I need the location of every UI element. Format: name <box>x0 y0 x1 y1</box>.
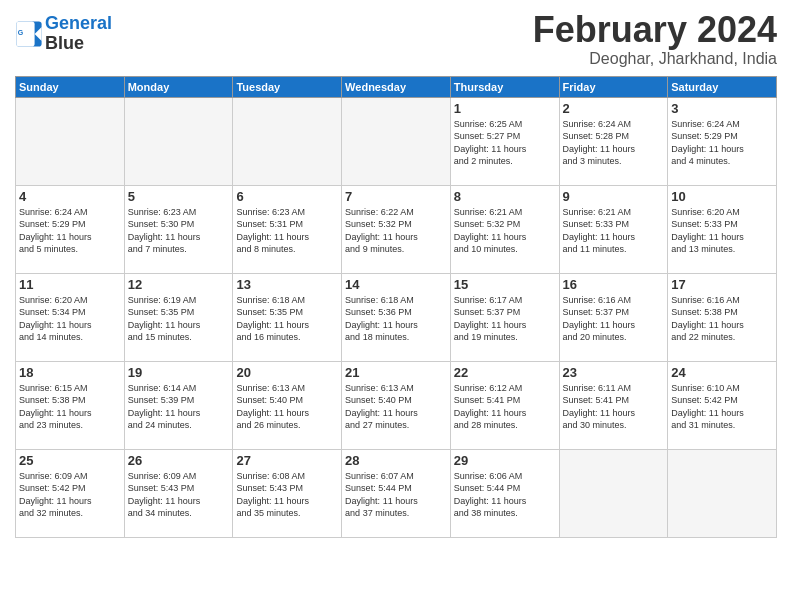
day-number: 8 <box>454 189 556 204</box>
calendar-cell: 26Sunrise: 6:09 AM Sunset: 5:43 PM Dayli… <box>124 449 233 537</box>
day-info: Sunrise: 6:14 AM Sunset: 5:39 PM Dayligh… <box>128 382 230 432</box>
day-info: Sunrise: 6:21 AM Sunset: 5:33 PM Dayligh… <box>563 206 665 256</box>
day-info: Sunrise: 6:08 AM Sunset: 5:43 PM Dayligh… <box>236 470 338 520</box>
calendar-cell: 11Sunrise: 6:20 AM Sunset: 5:34 PM Dayli… <box>16 273 125 361</box>
day-number: 12 <box>128 277 230 292</box>
day-info: Sunrise: 6:18 AM Sunset: 5:35 PM Dayligh… <box>236 294 338 344</box>
day-info: Sunrise: 6:10 AM Sunset: 5:42 PM Dayligh… <box>671 382 773 432</box>
day-number: 9 <box>563 189 665 204</box>
day-info: Sunrise: 6:06 AM Sunset: 5:44 PM Dayligh… <box>454 470 556 520</box>
col-saturday: Saturday <box>668 76 777 97</box>
calendar-week-2: 4Sunrise: 6:24 AM Sunset: 5:29 PM Daylig… <box>16 185 777 273</box>
header-row: Sunday Monday Tuesday Wednesday Thursday… <box>16 76 777 97</box>
calendar-cell: 1Sunrise: 6:25 AM Sunset: 5:27 PM Daylig… <box>450 97 559 185</box>
day-number: 21 <box>345 365 447 380</box>
day-number: 25 <box>19 453 121 468</box>
header: G General Blue February 2024 Deoghar, Jh… <box>15 10 777 68</box>
calendar-cell <box>233 97 342 185</box>
calendar-cell: 4Sunrise: 6:24 AM Sunset: 5:29 PM Daylig… <box>16 185 125 273</box>
day-info: Sunrise: 6:24 AM Sunset: 5:29 PM Dayligh… <box>671 118 773 168</box>
calendar-cell: 5Sunrise: 6:23 AM Sunset: 5:30 PM Daylig… <box>124 185 233 273</box>
day-info: Sunrise: 6:21 AM Sunset: 5:32 PM Dayligh… <box>454 206 556 256</box>
day-number: 28 <box>345 453 447 468</box>
calendar-cell: 19Sunrise: 6:14 AM Sunset: 5:39 PM Dayli… <box>124 361 233 449</box>
day-info: Sunrise: 6:20 AM Sunset: 5:33 PM Dayligh… <box>671 206 773 256</box>
day-info: Sunrise: 6:16 AM Sunset: 5:37 PM Dayligh… <box>563 294 665 344</box>
page: G General Blue February 2024 Deoghar, Jh… <box>0 0 792 612</box>
day-info: Sunrise: 6:12 AM Sunset: 5:41 PM Dayligh… <box>454 382 556 432</box>
calendar-cell <box>16 97 125 185</box>
calendar-cell: 16Sunrise: 6:16 AM Sunset: 5:37 PM Dayli… <box>559 273 668 361</box>
logo: G General Blue <box>15 14 112 54</box>
calendar-week-3: 11Sunrise: 6:20 AM Sunset: 5:34 PM Dayli… <box>16 273 777 361</box>
day-info: Sunrise: 6:17 AM Sunset: 5:37 PM Dayligh… <box>454 294 556 344</box>
day-number: 22 <box>454 365 556 380</box>
day-info: Sunrise: 6:07 AM Sunset: 5:44 PM Dayligh… <box>345 470 447 520</box>
day-number: 3 <box>671 101 773 116</box>
logo-text: General Blue <box>45 14 112 54</box>
day-number: 4 <box>19 189 121 204</box>
day-number: 16 <box>563 277 665 292</box>
col-friday: Friday <box>559 76 668 97</box>
day-number: 15 <box>454 277 556 292</box>
day-info: Sunrise: 6:09 AM Sunset: 5:43 PM Dayligh… <box>128 470 230 520</box>
calendar-cell: 8Sunrise: 6:21 AM Sunset: 5:32 PM Daylig… <box>450 185 559 273</box>
calendar-cell <box>559 449 668 537</box>
day-number: 18 <box>19 365 121 380</box>
day-number: 11 <box>19 277 121 292</box>
day-number: 19 <box>128 365 230 380</box>
day-info: Sunrise: 6:19 AM Sunset: 5:35 PM Dayligh… <box>128 294 230 344</box>
calendar-cell: 24Sunrise: 6:10 AM Sunset: 5:42 PM Dayli… <box>668 361 777 449</box>
day-info: Sunrise: 6:24 AM Sunset: 5:28 PM Dayligh… <box>563 118 665 168</box>
calendar-cell: 20Sunrise: 6:13 AM Sunset: 5:40 PM Dayli… <box>233 361 342 449</box>
calendar-cell: 15Sunrise: 6:17 AM Sunset: 5:37 PM Dayli… <box>450 273 559 361</box>
day-info: Sunrise: 6:24 AM Sunset: 5:29 PM Dayligh… <box>19 206 121 256</box>
day-number: 10 <box>671 189 773 204</box>
day-info: Sunrise: 6:23 AM Sunset: 5:30 PM Dayligh… <box>128 206 230 256</box>
calendar-table: Sunday Monday Tuesday Wednesday Thursday… <box>15 76 777 538</box>
day-info: Sunrise: 6:25 AM Sunset: 5:27 PM Dayligh… <box>454 118 556 168</box>
day-info: Sunrise: 6:11 AM Sunset: 5:41 PM Dayligh… <box>563 382 665 432</box>
logo-icon: G <box>15 20 43 48</box>
day-info: Sunrise: 6:22 AM Sunset: 5:32 PM Dayligh… <box>345 206 447 256</box>
day-number: 13 <box>236 277 338 292</box>
calendar-cell: 29Sunrise: 6:06 AM Sunset: 5:44 PM Dayli… <box>450 449 559 537</box>
day-number: 1 <box>454 101 556 116</box>
calendar-cell: 9Sunrise: 6:21 AM Sunset: 5:33 PM Daylig… <box>559 185 668 273</box>
calendar-cell: 28Sunrise: 6:07 AM Sunset: 5:44 PM Dayli… <box>342 449 451 537</box>
day-number: 26 <box>128 453 230 468</box>
calendar-week-1: 1Sunrise: 6:25 AM Sunset: 5:27 PM Daylig… <box>16 97 777 185</box>
day-info: Sunrise: 6:18 AM Sunset: 5:36 PM Dayligh… <box>345 294 447 344</box>
col-monday: Monday <box>124 76 233 97</box>
col-wednesday: Wednesday <box>342 76 451 97</box>
calendar-cell: 23Sunrise: 6:11 AM Sunset: 5:41 PM Dayli… <box>559 361 668 449</box>
subtitle: Deoghar, Jharkhand, India <box>533 50 777 68</box>
day-number: 7 <box>345 189 447 204</box>
calendar-cell: 27Sunrise: 6:08 AM Sunset: 5:43 PM Dayli… <box>233 449 342 537</box>
day-info: Sunrise: 6:15 AM Sunset: 5:38 PM Dayligh… <box>19 382 121 432</box>
day-number: 23 <box>563 365 665 380</box>
calendar-cell: 2Sunrise: 6:24 AM Sunset: 5:28 PM Daylig… <box>559 97 668 185</box>
month-title: February 2024 <box>533 10 777 50</box>
calendar-cell: 13Sunrise: 6:18 AM Sunset: 5:35 PM Dayli… <box>233 273 342 361</box>
calendar-cell: 17Sunrise: 6:16 AM Sunset: 5:38 PM Dayli… <box>668 273 777 361</box>
calendar-cell <box>668 449 777 537</box>
svg-text:G: G <box>18 29 24 36</box>
day-number: 5 <box>128 189 230 204</box>
day-number: 24 <box>671 365 773 380</box>
calendar-cell: 10Sunrise: 6:20 AM Sunset: 5:33 PM Dayli… <box>668 185 777 273</box>
calendar-cell: 7Sunrise: 6:22 AM Sunset: 5:32 PM Daylig… <box>342 185 451 273</box>
calendar-cell: 25Sunrise: 6:09 AM Sunset: 5:42 PM Dayli… <box>16 449 125 537</box>
col-sunday: Sunday <box>16 76 125 97</box>
calendar-week-5: 25Sunrise: 6:09 AM Sunset: 5:42 PM Dayli… <box>16 449 777 537</box>
calendar-cell: 6Sunrise: 6:23 AM Sunset: 5:31 PM Daylig… <box>233 185 342 273</box>
day-number: 17 <box>671 277 773 292</box>
day-number: 29 <box>454 453 556 468</box>
day-info: Sunrise: 6:23 AM Sunset: 5:31 PM Dayligh… <box>236 206 338 256</box>
day-info: Sunrise: 6:09 AM Sunset: 5:42 PM Dayligh… <box>19 470 121 520</box>
calendar-cell: 12Sunrise: 6:19 AM Sunset: 5:35 PM Dayli… <box>124 273 233 361</box>
col-thursday: Thursday <box>450 76 559 97</box>
calendar-cell: 14Sunrise: 6:18 AM Sunset: 5:36 PM Dayli… <box>342 273 451 361</box>
day-info: Sunrise: 6:13 AM Sunset: 5:40 PM Dayligh… <box>345 382 447 432</box>
calendar-cell <box>124 97 233 185</box>
